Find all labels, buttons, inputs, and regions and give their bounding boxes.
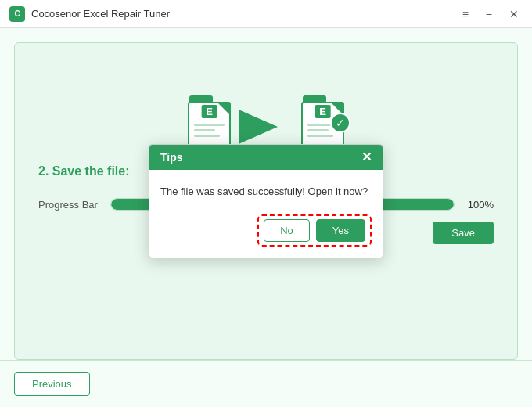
- highlight-box: No Yes: [257, 214, 372, 247]
- titlebar: C Cocosenor Excel Repair Tuner ≡ − ✕: [0, 0, 532, 28]
- dialog-message: The file was saved successfully! Open it…: [149, 170, 383, 211]
- dialog-title: Tips: [160, 151, 183, 164]
- main-area: E E: [0, 28, 532, 407]
- dialog-overlay: Tips ✕ The file was saved successfully! …: [15, 43, 517, 359]
- dialog-close-button[interactable]: ✕: [361, 151, 372, 164]
- menu-icon[interactable]: ≡: [458, 7, 473, 21]
- dialog-no-button[interactable]: No: [264, 219, 310, 242]
- bottom-bar: Previous: [0, 360, 532, 407]
- close-button[interactable]: ✕: [505, 7, 523, 21]
- content-card: E E: [14, 42, 518, 360]
- dialog-yes-button[interactable]: Yes: [316, 219, 365, 242]
- tips-dialog: Tips ✕ The file was saved successfully! …: [149, 144, 383, 259]
- previous-button[interactable]: Previous: [14, 372, 90, 396]
- dialog-header: Tips ✕: [149, 145, 383, 170]
- minimize-button[interactable]: −: [482, 7, 496, 21]
- app-logo: C: [9, 6, 25, 22]
- window-controls: ≡ − ✕: [458, 7, 523, 21]
- app-title: Cocosenor Excel Repair Tuner: [31, 8, 458, 20]
- dialog-footer: No Yes: [149, 210, 383, 258]
